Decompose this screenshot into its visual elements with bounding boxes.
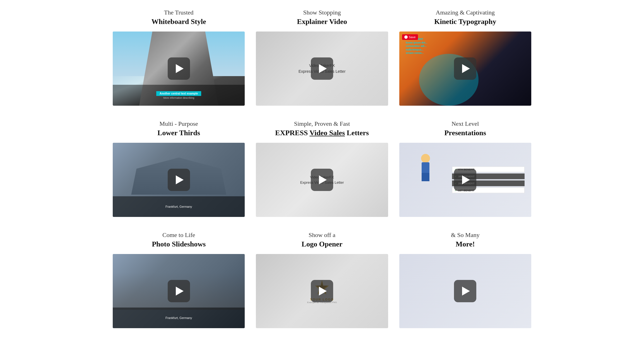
thumb4-play-button[interactable] bbox=[168, 169, 190, 191]
card-lower-thirds-thumbnail[interactable]: Frankfurt, Germany bbox=[113, 143, 245, 217]
thumb6-char-legs bbox=[422, 173, 429, 181]
card-lower-thirds-maintitle: Lower Thirds bbox=[157, 128, 200, 138]
pinterest-icon bbox=[404, 35, 408, 39]
thumb4-location-bar: Frankfurt, Germany bbox=[113, 196, 245, 217]
thumb3-commit-text: COMMITMENTlorem ipsum dol...consectetur … bbox=[406, 37, 427, 55]
thumb3-save-label: Save bbox=[409, 35, 416, 39]
card-vsl-maintitle: EXPRESS Video Sales Letters bbox=[275, 128, 369, 138]
vsl-underline: Video Sales bbox=[309, 129, 345, 137]
card-more-maintitle: More! bbox=[451, 239, 480, 249]
card-explainer-maintitle: Explainer Video bbox=[297, 17, 347, 26]
card-logo-opener-title: Show off a Logo Opener bbox=[302, 231, 343, 249]
card-slideshows: Come to Life Photo Slideshows Frankfurt,… bbox=[113, 231, 245, 328]
card-whiteboard-thumbnail[interactable]: Another central text example More inform… bbox=[113, 32, 245, 106]
card-presentations-subtitle: Next Level bbox=[444, 120, 486, 128]
card-kinetic-subtitle: Amazing & Captivating bbox=[434, 8, 496, 17]
card-kinetic-thumbnail[interactable]: Save COMMITMENTlorem ipsum dol...consect… bbox=[399, 32, 531, 106]
card-slideshows-title: Come to Life Photo Slideshows bbox=[152, 231, 206, 249]
card-lower-thirds-title: Multi - Purpose Lower Thirds bbox=[157, 120, 200, 138]
card-presentations-thumbnail[interactable]: ✓ 4TH BENEFIT ✓ 3RD BENEFIT ✓ 2ND BENEFI… bbox=[399, 143, 531, 217]
card-vsl: Simple, Proven & Fast EXPRESS Video Sale… bbox=[256, 120, 388, 217]
card-presentations: Next Level Presentations ✓ 4TH BENEFIT ✓ bbox=[399, 120, 531, 217]
card-slideshows-maintitle: Photo Slideshows bbox=[152, 239, 206, 249]
card-explainer-subtitle: Show Stopping bbox=[297, 8, 347, 17]
card-more: & So Many More! ✓ 4TH BENEFIT ✓ 3RD BE bbox=[399, 231, 531, 328]
card-whiteboard-subtitle: The Trusted bbox=[152, 8, 206, 17]
card-logo-opener: Show off a Logo Opener YOUR LOGO Example… bbox=[256, 231, 388, 328]
thumb8-play-button[interactable] bbox=[311, 280, 333, 302]
thumb7-play-button[interactable] bbox=[168, 280, 190, 302]
thumb1-play-button[interactable] bbox=[168, 57, 190, 80]
card-logo-opener-maintitle: Logo Opener bbox=[302, 239, 343, 249]
thumb7-location-bar: Frankfurt, Germany bbox=[113, 308, 245, 328]
card-explainer-thumbnail[interactable]: VideoMakerFX Express Video Sales Letter bbox=[256, 32, 388, 106]
card-whiteboard-title: The Trusted Whiteboard Style bbox=[152, 8, 206, 26]
thumb4-location-text: Frankfurt, Germany bbox=[165, 205, 192, 208]
thumb3-save-button[interactable]: Save bbox=[402, 34, 418, 40]
card-kinetic-title: Amazing & Captivating Kinetic Typography bbox=[434, 8, 496, 26]
thumb5-play-button[interactable] bbox=[311, 169, 333, 191]
thumb6-char-body bbox=[406, 154, 445, 213]
thumb7-location-text: Frankfurt, Germany bbox=[165, 316, 192, 320]
thumb9-play-button[interactable] bbox=[454, 280, 476, 302]
card-more-subtitle: & So Many bbox=[451, 231, 480, 239]
thumb6-char-head bbox=[421, 154, 430, 163]
card-vsl-thumbnail[interactable]: VideoMakerFX Express Video Sales Letter bbox=[256, 143, 388, 217]
vsl-prefix: EXPRESS bbox=[275, 129, 309, 137]
card-more-title: & So Many More! bbox=[451, 231, 480, 249]
thumb6-char-torso bbox=[422, 162, 429, 173]
thumb6-play-button[interactable] bbox=[454, 169, 476, 191]
card-logo-opener-thumbnail[interactable]: YOUR LOGO Example as Transparent PNG bbox=[256, 254, 388, 328]
card-more-thumbnail[interactable]: ✓ 4TH BENEFIT ✓ 3RD BENEFIT ✓ 2ND BENEFI… bbox=[399, 254, 531, 328]
vsl-suffix: Letters bbox=[345, 129, 369, 137]
thumb1-bar-text: Another central text example bbox=[156, 91, 201, 96]
card-explainer: Show Stopping Explainer Video VideoMaker… bbox=[256, 8, 388, 106]
card-vsl-title: Simple, Proven & Fast EXPRESS Video Sale… bbox=[275, 120, 369, 138]
card-kinetic-maintitle: Kinetic Typography bbox=[434, 17, 496, 26]
card-presentations-title: Next Level Presentations bbox=[444, 120, 486, 138]
card-vsl-subtitle: Simple, Proven & Fast bbox=[275, 120, 369, 128]
card-whiteboard: The Trusted Whiteboard Style Another cen… bbox=[113, 8, 245, 106]
card-kinetic: Amazing & Captivating Kinetic Typography… bbox=[399, 8, 531, 106]
thumb3-play-button[interactable] bbox=[454, 57, 476, 80]
card-slideshows-thumbnail[interactable]: Frankfurt, Germany bbox=[113, 254, 245, 328]
card-explainer-title: Show Stopping Explainer Video bbox=[297, 8, 347, 26]
thumb1-lower-bar: Another central text example More inform… bbox=[113, 85, 245, 106]
card-presentations-maintitle: Presentations bbox=[444, 128, 486, 138]
card-lower-thirds-subtitle: Multi - Purpose bbox=[157, 120, 200, 128]
thumb2-play-button[interactable] bbox=[311, 57, 333, 80]
card-whiteboard-maintitle: Whiteboard Style bbox=[152, 17, 206, 26]
card-slideshows-subtitle: Come to Life bbox=[152, 231, 206, 239]
thumb1-bar-subtext: More information describing bbox=[163, 96, 194, 99]
main-grid: The Trusted Whiteboard Style Another cen… bbox=[113, 8, 531, 328]
card-lower-thirds: Multi - Purpose Lower Thirds Frankfurt, … bbox=[113, 120, 245, 217]
card-logo-opener-subtitle: Show off a bbox=[302, 231, 343, 239]
thumb6-character bbox=[406, 154, 445, 213]
